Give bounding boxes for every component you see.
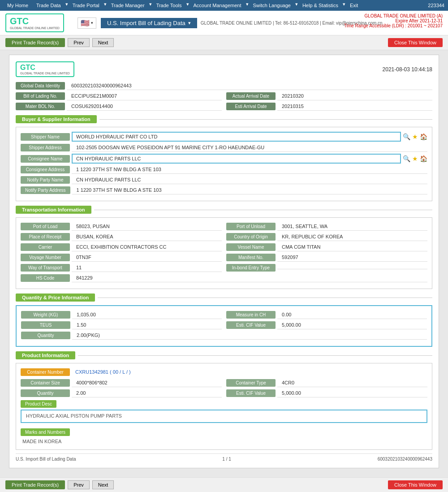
consignee-address-value: 1 1220 37TH ST NW BLDG A STE 103 [72,165,427,174]
card-logo-sub: GLOBAL TRADE ONLINE LIMITED [20,72,70,75]
way-of-transport-label: Way of Transport [21,264,70,272]
measure-value: 0.00 [277,311,427,319]
nav-trade-data[interactable]: Trade Data [33,1,65,9]
close-button-top[interactable]: Close This Window [388,38,443,47]
port-of-load-value: 58023, PUSAN [72,222,222,231]
account-name: GLOBAL TRADE ONLINE LIMITED (A) [344,13,443,18]
esti-cif-label: Esti. CIF Value [226,321,276,329]
bol-arrival-row: Bill of Lading No. ECCIPUSE21M0007 Actua… [16,92,432,100]
mater-bol-label: Mater BOL No. [16,103,65,110]
container-type-value: 4CR0 [277,379,427,387]
title-box[interactable]: U.S. Import Bill of Lading Data ▾ [101,18,197,28]
marks-label: Marks and Numbers [21,428,70,436]
quantity-title: Quantity & Price Information [16,293,95,302]
consignee-address-label: Consignee Address [21,166,70,173]
next-button-top[interactable]: Next [92,38,114,47]
nav-help-statistics[interactable]: Help & Statistics [299,1,342,9]
esti-cif-value: 5,000.00 [277,321,427,329]
quantity-section: Weight (KG) 1,035.00 Measure in CH 0.00 … [16,305,432,347]
close-button-bottom[interactable]: Close This Window [388,480,443,489]
vessel-name-value: CMA CGM TITAN [277,243,427,251]
print-button-top[interactable]: Print Trade Record(s) [5,38,65,47]
notify-party-value: CN HYDRAULIC PARTS LLC [72,176,427,184]
main-content: GTC GLOBAL TRADE ONLINE LIMITED 2021-08-… [0,50,448,477]
esti-cif-block: Esti. CIF Value 5,000.00 [226,321,427,329]
voyage-number-value: 0TN3F [72,253,222,262]
esti-arrival-block: Esti Arrival Date 20210315 [226,102,432,111]
section-divider-2 [94,210,432,210]
prod-qty-value: 2.00 [72,389,222,397]
vessel-name-label: Vessel Name [226,243,276,251]
marks-value: MADE IN KOREA [21,438,427,445]
qty-label: Quantity [21,332,70,339]
prod-qty-label: Quantity [21,389,70,397]
shipper-address-value: 102-2505 DOOSAN WEVE POSEIDON APT 91 MAR… [72,143,427,152]
nav-trade-tools[interactable]: Trade Tools [153,1,185,9]
mater-bol-block: Mater BOL No. COSU6292014400 [16,102,222,111]
in-bond-label: In-bond Entry Type [226,264,276,272]
shipper-name-label: Shipper Name [21,133,70,141]
record-card: GTC GLOBAL TRADE ONLINE LIMITED 2021-08-… [9,55,439,468]
notify-party-label: Notify Party Name [21,176,70,184]
star-icon-shipper[interactable]: ★ [412,133,418,140]
port-of-unload-block: Port of Unload 3001, SEATTLE, WA [226,222,427,231]
bol-no-value: ECCIPUSE21M0007 [67,92,222,100]
container-size-label: Container Size [21,379,70,387]
way-of-transport-value: 11 [72,263,222,272]
port-of-load-block: Port of Load 58023, PUSAN [21,222,222,231]
nav-exit[interactable]: Exit [346,1,362,9]
weight-value: 1,035.00 [72,311,222,319]
measure-block: Measure in CH 0.00 [226,311,427,319]
home-icon-shipper[interactable]: 🏠 [420,133,427,140]
hs-code-label: HS Code [21,274,70,282]
consignee-name-row: Consignee Name CN HYDRAULIC PARTS LLC 🔍 … [21,154,427,164]
top-toolbar: Print Trade Record(s) Prev Next Close Th… [0,35,448,50]
prev-button-bottom[interactable]: Prev [68,480,90,489]
in-bond-value [277,266,427,269]
card-footer-page: 1 / 1 [222,457,231,462]
teus-value: 1.50 [72,321,222,329]
esti-arrival-value: 20210315 [277,102,432,111]
actual-arrival-label: Actual Arrival Date [226,92,276,100]
home-icon-consignee[interactable]: 🏠 [420,155,427,162]
nav-items: My Home Trade Data ▾ Trade Portal ▾ Trad… [4,1,362,9]
prod-cif-value: 5,000.00 [277,389,427,397]
container-number-label: Container Number [21,368,70,376]
shipper-name-value: WORLD HYDRAULIC PART CO LTD [76,134,157,139]
prev-button-top[interactable]: Prev [68,38,90,47]
nav-my-home[interactable]: My Home [4,1,32,9]
nav-switch-language[interactable]: Switch Language [250,1,294,9]
weight-block: Weight (KG) 1,035.00 [21,311,222,319]
star-icon-consignee[interactable]: ★ [412,155,418,162]
logo: GTC [10,16,29,26]
consignee-name-value: CN HYDRAULIC PARTS LLC [76,156,141,161]
section-divider [99,119,432,120]
weight-measure-row: Weight (KG) 1,035.00 Measure in CH 0.00 [21,311,427,319]
print-button-bottom[interactable]: Print Trade Record(s) [5,480,65,489]
card-logo: GTC [20,64,35,71]
country-of-origin-value: KR, REPUBLIC OF KOREA [277,233,427,241]
logo-area: GTC GLOBAL TRADE ONLINE LIMITED [5,13,69,32]
transportation-title: Transportation Information [16,206,91,214]
nav-trade-manager[interactable]: Trade Manager [108,1,148,9]
flag-selector[interactable]: 🇺🇸 ▾ [78,17,96,29]
card-footer-id: 600320210324000096244​3 [378,457,432,462]
carrier-block: Carrier ECCI, EXHIBITION CONTRACTORS CC [21,243,222,251]
container-size-block: Container Size 4000*806*802 [21,379,222,387]
nav-trade-portal[interactable]: Trade Portal [69,1,103,9]
container-type-label: Container Type [226,379,276,387]
carrier-vessel-row: Carrier ECCI, EXHIBITION CONTRACTORS CC … [21,243,427,251]
container-type-block: Container Type 4CR0 [226,379,427,387]
expire-date: Expire After 2021-12-31 [344,18,443,23]
search-icon-shipper[interactable]: 🔍 [403,133,410,140]
search-icon-consignee[interactable]: 🔍 [403,155,410,162]
consignee-name-label: Consignee Name [21,155,70,163]
nav-account-management[interactable]: Account Management [190,1,245,9]
bol-no-label: Bill of Lading No. [16,92,65,100]
transport-inbond-row: Way of Transport 11 In-bond Entry Type [21,263,427,272]
next-button-bottom[interactable]: Next [92,480,114,489]
buyer-supplier-title: Buyer & Supplier Information [16,115,97,123]
transportation-section-header: Transportation Information [16,206,432,214]
section-divider-4 [78,355,432,356]
voyage-manifest-row: Voyage Number 0TN3F Manifest No. 592097 [21,253,427,262]
